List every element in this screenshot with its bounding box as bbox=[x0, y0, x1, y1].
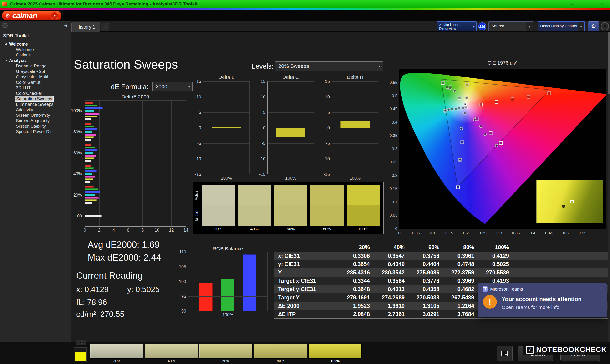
sidebar-item-screen-stability[interactable]: Screen Stability bbox=[0, 124, 71, 129]
target-point bbox=[527, 95, 530, 98]
delta-h-chart: Delta H 151050-5-10-15 100% bbox=[332, 74, 378, 186]
meter-dropdown[interactable]: X-Rite i1Pro 2 Direct View ▾ bbox=[437, 21, 477, 31]
table-cell: 272.8759 bbox=[442, 269, 477, 276]
gridline bbox=[188, 267, 267, 267]
gridline bbox=[203, 159, 249, 159]
table-header-row: 20%40%60%80%100% bbox=[274, 243, 608, 252]
sidebar-item-grayscale-multi[interactable]: Grayscale - Multi bbox=[0, 74, 71, 80]
sidebar-item-screen-angularity[interactable]: Screen Angularity bbox=[0, 118, 71, 124]
measured-point bbox=[447, 108, 450, 111]
minimize-button[interactable]: — bbox=[564, 0, 580, 8]
sidebar-item-saturation-sweeps[interactable]: Saturation Sweeps bbox=[0, 96, 71, 102]
axis-tick-label: -10 bbox=[195, 156, 201, 161]
window-title: Calman 2025 Calman Ultimate for Business… bbox=[10, 0, 197, 8]
calman-gear-icon: ⚙ bbox=[5, 13, 11, 19]
more-options-icon[interactable]: ⋯ bbox=[588, 285, 593, 291]
pattern-window-button[interactable] bbox=[497, 346, 513, 361]
window-titlebar: Calman 2025 Calman Ultimate for Business… bbox=[0, 0, 610, 8]
cie-1976-chart: CIE 1976 u'v' 00.050.10.150.20.250.30.35… bbox=[386, 60, 610, 238]
bar bbox=[85, 168, 94, 169]
sidebar-item-grayscale-2pt[interactable]: Grayscale - 2pt bbox=[0, 69, 71, 74]
deltae2000-chart: DeltaE 2000 100%80%60%40%20%100 02468101… bbox=[64, 94, 188, 236]
gridline bbox=[203, 128, 249, 128]
round-knob-button[interactable] bbox=[601, 22, 609, 30]
table-cell: 1.3610 bbox=[372, 303, 407, 309]
settings-gear-button[interactable]: ⚙ bbox=[588, 21, 599, 31]
de-formula-dropdown[interactable]: 2000 ▾ bbox=[153, 82, 193, 91]
measured-point bbox=[464, 112, 467, 115]
measured-point bbox=[444, 109, 447, 112]
sidebar-item-label: Saturation Sweeps bbox=[15, 96, 54, 102]
axis-tick-label: 0 bbox=[398, 231, 400, 236]
gridline bbox=[203, 143, 249, 144]
axis-tick-label: 15 bbox=[325, 79, 330, 84]
sidebar-item-label: Grayscale - 2pt bbox=[15, 69, 46, 74]
pattern-drawer-tab[interactable] bbox=[76, 340, 86, 345]
current-pattern-tile[interactable] bbox=[74, 347, 87, 362]
table-cell: 0.3344 bbox=[337, 278, 372, 284]
sidebar-item-colorchecker[interactable]: ColorChecker bbox=[0, 91, 71, 96]
panel-menu-button[interactable] bbox=[2, 23, 8, 28]
axis-tick-label: 60% bbox=[73, 150, 82, 155]
swatch-comparison-panel: Actual Target 20%40%60%80%100% bbox=[193, 182, 384, 234]
gridline bbox=[332, 143, 378, 144]
bar bbox=[85, 186, 94, 188]
target-point bbox=[441, 81, 444, 85]
bar bbox=[85, 157, 94, 160]
sidebar-group[interactable]: Welcome bbox=[0, 41, 71, 47]
gridline bbox=[188, 282, 267, 282]
chart-title: Delta H bbox=[332, 74, 378, 80]
axis-label: 100% bbox=[203, 176, 250, 181]
bar bbox=[85, 194, 95, 196]
bar bbox=[340, 121, 370, 128]
collapse-sidebar-button[interactable]: ◄ bbox=[63, 23, 68, 28]
levels-dropdown[interactable]: 20% Sweeps ▾ bbox=[275, 62, 383, 71]
close-button[interactable]: × bbox=[595, 0, 610, 8]
bar bbox=[85, 188, 98, 191]
notification-body: Open Teams for more info. bbox=[502, 304, 561, 310]
calman-menu-button[interactable]: ▾ bbox=[51, 12, 58, 19]
target-point bbox=[547, 92, 551, 95]
sidebar-item-screen-uniformity[interactable]: Screen Uniformity bbox=[0, 113, 71, 118]
axis-tick-label: 0.4 bbox=[387, 120, 397, 125]
bar bbox=[85, 146, 95, 149]
bar-red bbox=[199, 283, 213, 311]
sidebar-item-label: Dynamic Range bbox=[15, 64, 48, 69]
sidebar-item-welcome[interactable]: Welcome bbox=[0, 47, 71, 52]
pattern-tile-60%[interactable] bbox=[199, 344, 252, 358]
tab-history-1[interactable]: History 1 bbox=[71, 22, 100, 32]
delta-l-ylabels: 151050-5-10-15 bbox=[188, 81, 201, 174]
axis-tick-label: 5 bbox=[263, 110, 265, 115]
pattern-tile-40%[interactable] bbox=[145, 344, 198, 358]
scrollbar-thumb[interactable] bbox=[608, 32, 610, 94]
sidebar-item-spectral-power-dist-[interactable]: Spectral Power Dist. bbox=[0, 129, 71, 135]
maximize-button[interactable]: □ bbox=[580, 0, 595, 8]
sidebar-item-dynamic-range[interactable]: Dynamic Range bbox=[0, 63, 71, 69]
sidebar-item-3d-lut[interactable]: 3D LUT bbox=[0, 85, 71, 91]
sidebar-item-options[interactable]: Options bbox=[0, 52, 71, 58]
sidebar-item-label: Screen Angularity bbox=[15, 118, 51, 123]
pattern-tile-80%[interactable] bbox=[254, 344, 307, 358]
workflow-dropdown[interactable]: Direct Display Control ▾ bbox=[538, 21, 585, 31]
bar-group bbox=[85, 163, 186, 184]
bar-blue bbox=[243, 254, 256, 311]
measured-point bbox=[460, 127, 463, 130]
sidebar-item-additivity[interactable]: Additivity bbox=[0, 107, 71, 113]
pattern-tile-100%[interactable] bbox=[309, 344, 362, 358]
swatch-label: 20% bbox=[202, 227, 235, 232]
sidebar-item-color-gamut[interactable]: Color Gamut bbox=[0, 80, 71, 85]
swatch-80% bbox=[311, 185, 344, 226]
sidebar-item-luminance-sweeps[interactable]: Luminance Sweeps bbox=[0, 102, 71, 107]
axis-tick-label: 0.05 bbox=[387, 213, 397, 218]
vertical-scrollbar[interactable] bbox=[608, 32, 610, 342]
table-cell: 0.3547 bbox=[372, 253, 407, 259]
axis-tick-label: 0.35 bbox=[512, 231, 520, 236]
bar bbox=[85, 199, 96, 202]
teams-notification[interactable]: Microsoft Teams ⋯ × ! Your account needs… bbox=[478, 284, 607, 317]
axis-label: 100% bbox=[188, 312, 268, 318]
sidebar-group[interactable]: Analysis bbox=[0, 58, 71, 63]
close-icon[interactable]: × bbox=[599, 286, 602, 291]
pattern-tile-20%[interactable] bbox=[90, 344, 143, 358]
add-tab-button[interactable]: + bbox=[101, 23, 109, 31]
source-dropdown[interactable]: Source ▾ bbox=[489, 21, 533, 31]
